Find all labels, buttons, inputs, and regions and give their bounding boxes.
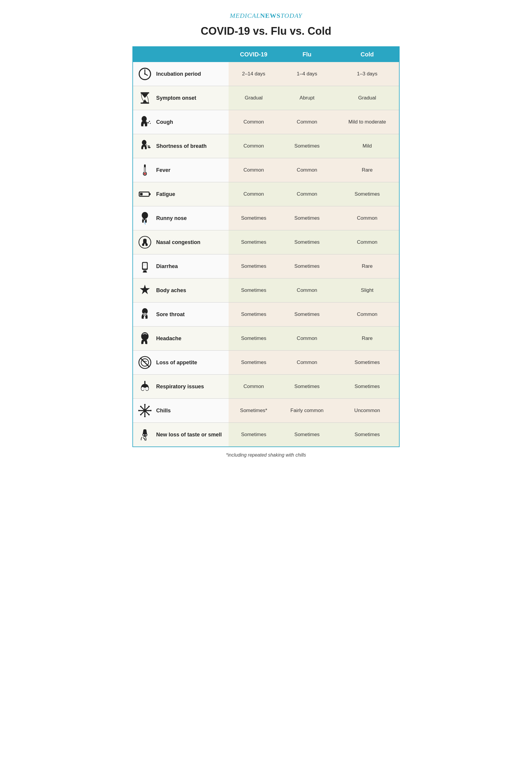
symptom-label: Diarrhea [156,263,178,269]
svg-point-30 [142,308,148,314]
symptom-cell: Runny nose [133,206,229,230]
svg-point-49 [140,406,142,407]
svg-rect-18 [149,193,151,195]
table-row: Runny noseSometimesSometimesCommon [133,206,399,230]
table-row: Sore throatSometimesSometimesCommon [133,303,399,327]
symptom-label: Symptom onset [156,95,196,101]
symptom-cell: Fever [133,158,229,182]
symptom-label: Shortness of breath [156,143,207,149]
value-flu: Fairly common [279,399,335,423]
symptom-label: Body aches [156,287,186,294]
value-cold: Mild to moderate [335,110,399,134]
value-cold: Common [335,230,399,255]
symptom-cell: New loss of taste or smell [133,423,229,447]
svg-rect-14 [145,167,145,172]
thermometer-icon [137,163,153,178]
table-row: Symptom onsetGradualAbruptGradual [133,86,399,110]
sore-throat-icon [137,307,153,322]
value-covid: Sometimes [229,206,278,230]
value-flu: Sometimes [279,303,335,327]
table-row: Body achesSometimesCommonSlight [133,278,399,303]
symptom-cell: Chills [133,399,229,423]
table-row: CoughCommonCommonMild to moderate [133,110,399,134]
header-flu: Flu [279,47,335,62]
runny-nose-icon [137,211,153,226]
respiratory-icon [137,379,153,394]
svg-rect-38 [144,381,145,384]
page: MedicalNewsToday COVID-19 vs. Flu vs. Co… [132,12,400,742]
symptom-cell: Cough [133,110,229,134]
symptom-cell: Respiratory issues [133,375,229,399]
value-covid: Sometimes* [229,399,278,423]
table-row: ChillsSometimes*Fairly commonUncommon [133,399,399,423]
value-flu: Common [279,182,335,206]
svg-rect-26 [143,263,147,264]
brand-logo: MedicalNewsToday [132,12,400,20]
battery-icon [137,186,153,202]
symptom-label: Cough [156,119,173,125]
appetite-icon [137,355,153,370]
value-flu: Sometimes [279,230,335,255]
value-cold: Common [335,303,399,327]
value-flu: Common [279,351,335,375]
svg-point-11 [146,145,147,145]
value-covid: Sometimes [229,327,278,351]
svg-marker-29 [140,285,150,294]
comparison-table: COVID-19 Flu Cold Incubation period2–14 … [132,46,400,447]
svg-point-10 [142,140,146,145]
symptom-label: Fever [156,167,170,173]
svg-point-39 [141,387,144,390]
symptom-cell: Fatigue [133,182,229,206]
value-flu: Sometimes [279,134,335,158]
table-row: Nasal congestionSometimesSometimesCommon [133,230,399,255]
value-covid: Sometimes [229,278,278,303]
table-row: HeadacheSometimesCommonRare [133,327,399,351]
svg-point-51 [148,406,150,407]
symptom-cell: Diarrhea [133,255,229,278]
svg-point-53 [143,409,146,412]
symptom-label: Loss of appetite [156,359,197,366]
value-flu: Abrupt [279,86,335,110]
value-flu: Common [279,110,335,134]
svg-point-50 [148,414,150,416]
nasal-icon [137,235,153,250]
svg-rect-19 [140,193,143,196]
value-cold: Sometimes [335,375,399,399]
value-covid: Sometimes [229,255,278,278]
body-aches-icon [137,283,153,298]
hourglass-icon [137,90,153,106]
table-row: New loss of taste or smellSometimesSomet… [133,423,399,447]
value-flu: Sometimes [279,375,335,399]
symptom-cell: Symptom onset [133,86,229,110]
table-row: Loss of appetiteSometimesCommonSometimes [133,351,399,375]
svg-point-20 [142,212,148,219]
headache-icon [137,331,153,346]
value-cold: Uncommon [335,399,399,423]
header-covid: COVID-19 [229,47,278,62]
value-cold: Slight [335,278,399,303]
diarrhea-icon [137,259,153,274]
value-covid: Common [229,182,278,206]
value-covid: Gradual [229,86,278,110]
value-covid: 2–14 days [229,62,278,86]
symptom-label: Incubation period [156,71,201,77]
value-cold: Sometimes [335,182,399,206]
value-flu: Common [279,327,335,351]
symptom-label: Headache [156,335,181,342]
value-cold: Rare [335,327,399,351]
svg-line-3 [145,74,148,75]
breath-icon [137,138,153,154]
cough-icon [137,114,153,130]
header-symptom [133,47,229,62]
value-covid: Sometimes [229,303,278,327]
value-cold: Mild [335,134,399,158]
table-row: FatigueCommonCommonSometimes [133,182,399,206]
symptom-cell: Sore throat [133,303,229,327]
value-cold: Sometimes [335,351,399,375]
symptom-label: Nasal congestion [156,239,200,246]
value-covid: Sometimes [229,230,278,255]
symptom-cell: Body aches [133,278,229,303]
symptom-label: Chills [156,407,171,414]
symptom-cell: Incubation period [133,62,229,86]
svg-point-16 [144,173,146,175]
